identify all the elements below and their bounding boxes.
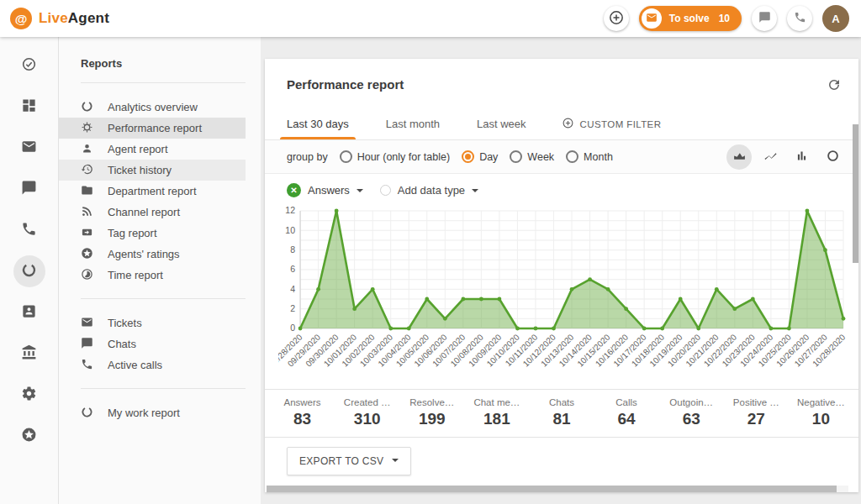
horizontal-scrollbar[interactable] [267,486,848,492]
custom-filter-button[interactable]: CUSTOM FILTER [562,108,662,139]
radio-month[interactable]: Month [566,150,613,163]
menu-item-agent-report[interactable]: Agent report [59,139,246,160]
divider [81,388,246,389]
menu-item-channel-report[interactable]: Channel report [59,202,246,223]
menu-item-label: Time report [108,269,163,281]
export-csv-button[interactable]: EXPORT TO CSV [287,447,411,475]
menu-item-time-report[interactable]: Time report [59,265,246,286]
stat-label: Resolve… [399,397,464,407]
brand-logo[interactable]: @ LiveAgent [10,8,109,29]
stat-label: Negative… [789,397,853,407]
radio-week[interactable]: Week [510,150,554,163]
answers-chip[interactable]: ✕ Answers [287,183,363,197]
divider [81,82,246,83]
chart-type-area-chart[interactable] [726,144,752,170]
menu-item-analytics-overview[interactable]: Analytics overview [59,97,246,118]
menu-item-label: Analytics overview [108,101,198,113]
data-type-row: ✕ Answers Add data type [265,174,858,199]
menu-item-active-calls[interactable]: Active calls [59,354,246,375]
summary-stats-row: Answers83Created …310Resolve…199Chat me…… [265,389,858,437]
rail-item-company[interactable] [13,338,45,370]
rail-item-resolved-tickets[interactable] [13,50,45,81]
stat-label: Outgoin… [659,397,724,407]
rail-item-contacts[interactable] [13,297,45,328]
plus-circle-icon [562,117,574,131]
radio-label: Day [479,151,498,163]
menu-item-my-work-report[interactable]: My work report [59,402,246,423]
chart-canvas: 02468101209/28/202009/29/202009/30/20201… [278,202,848,389]
rail-item-gamification[interactable] [13,420,45,452]
menu-item-label: My work report [108,407,180,419]
horizontal-scrollbar-thumb[interactable] [267,486,837,492]
refresh-button[interactable] [827,77,842,95]
rail-item-reports[interactable] [13,255,45,287]
history-icon [81,163,93,178]
stat-label: Positive … [724,397,789,407]
radio-day[interactable]: Day [462,150,498,163]
radio-hour-only-for-table[interactable]: Hour (only for table) [340,150,450,163]
phone-icon [21,221,37,240]
export-csv-label: EXPORT TO CSV [299,455,383,467]
topbar-actions: To solve 10 A [604,5,849,32]
radio-label: Hour (only for table) [357,151,450,163]
rail-item-tickets[interactable] [13,132,45,164]
data-usage-icon [81,406,93,421]
chart-type-switcher [726,144,845,170]
chip-label: Answers [308,184,350,197]
brand-text: LiveAgent [39,10,109,27]
vertical-scrollbar-thumb[interactable] [853,124,858,263]
menu-item-label: Department report [108,185,197,197]
menu-item-performance-report[interactable]: Performance report [59,118,246,139]
rail-item-dashboard[interactable] [13,91,45,123]
topbar: @ LiveAgent To solve 10 A [0,0,861,37]
stat-value: 83 [270,410,335,428]
custom-filter-label: CUSTOM FILTER [580,119,662,129]
dashboard-icon [21,97,37,117]
menu-item-chats[interactable]: Chats [59,333,246,354]
chats-button[interactable] [752,6,777,31]
tab-last-30-days[interactable]: Last 30 days [268,108,367,139]
rail-item-chats[interactable] [13,173,45,205]
stat-label: Created … [335,397,399,407]
to-solve-label: To solve [669,13,710,24]
avatar[interactable]: A [822,5,849,32]
add-data-type-button[interactable]: Add data type [380,184,478,197]
check-circle-icon [21,56,37,76]
add-button[interactable] [604,6,629,31]
chart-type-line-chart[interactable] [758,144,783,170]
rail-item-calls[interactable] [13,214,45,246]
brand-agent: Agent [68,10,109,26]
envelope-icon [642,8,662,29]
remove-icon[interactable]: ✕ [287,183,301,197]
menu-item-ticket-history[interactable]: Ticket history [59,160,246,181]
menu-item-department-report[interactable]: Department report [59,181,246,202]
refresh-icon [827,77,842,95]
answers-area-chart: 02468101209/28/202009/29/202009/30/20201… [265,199,858,389]
svg-text:0: 0 [290,323,295,333]
tab-last-week[interactable]: Last week [458,108,545,139]
menu-item-label: Performance report [108,122,202,134]
rss-icon [81,205,93,220]
calls-button[interactable] [787,6,812,31]
date-range-tabs: Last 30 daysLast monthLast weekCUSTOM FI… [265,108,858,140]
radio-icon [462,150,474,163]
stat-negative: Negative…10 [789,397,853,428]
chart-type-donut[interactable] [820,144,845,170]
plus-circle-icon [608,9,625,29]
menu-item-tag-report[interactable]: Tag report [59,223,246,244]
reports-menu: Reports Analytics overviewPerformance re… [59,37,261,504]
mail-icon [21,139,37,158]
menu-item-tickets[interactable]: Tickets [59,312,246,333]
svg-text:8: 8 [290,244,295,255]
menu-item-agents-ratings[interactable]: Agents' ratings [59,244,246,265]
rail-item-configuration[interactable] [13,379,45,411]
stat-value: 81 [529,410,594,428]
menu-item-label: Channel report [108,206,180,218]
chart-type-bar-chart[interactable] [789,144,814,170]
bar-chart-icon [795,149,809,165]
brand-live: Live [39,10,68,26]
phone-icon [81,358,93,373]
vertical-scrollbar[interactable] [852,59,858,484]
tab-last-month[interactable]: Last month [367,108,458,139]
to-solve-button[interactable]: To solve 10 [639,6,742,31]
